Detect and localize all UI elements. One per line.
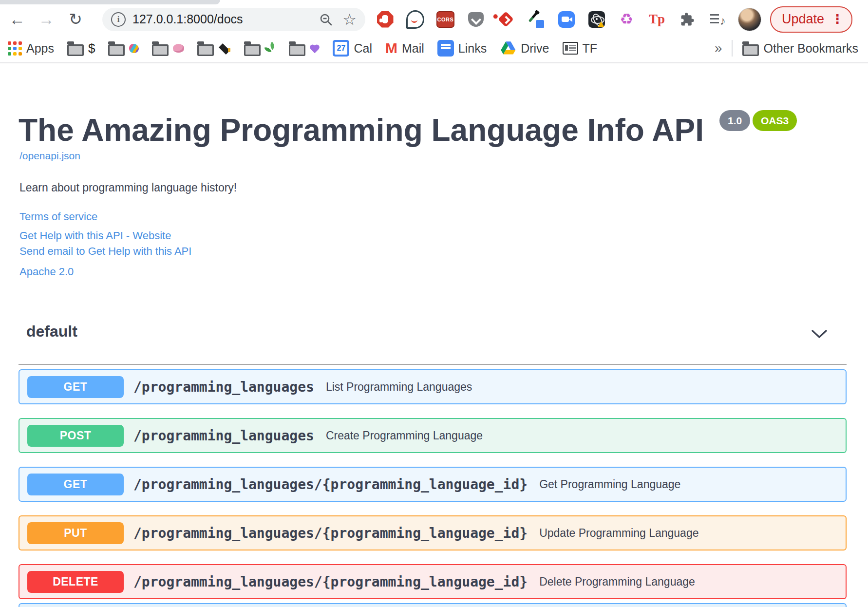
folder-icon [152, 44, 169, 56]
color-picker-icon[interactable] [527, 10, 545, 28]
tf-favicon [563, 42, 578, 55]
address-bar[interactable]: i 127.0.0.1:8000/docs ☆ [102, 8, 365, 31]
bookmark-star-icon[interactable]: ☆ [342, 12, 357, 27]
playlist-icon[interactable]: ♪ [708, 10, 726, 28]
terms-of-service-link[interactable]: Terms of service [19, 210, 97, 223]
update-label: Update [782, 12, 824, 27]
endpoint-path: /programming_languages [133, 428, 314, 444]
version-badge: 1.0 [719, 110, 750, 131]
license-link[interactable]: Apache 2.0 [19, 266, 74, 278]
recycle-extension-icon[interactable]: ♻ [618, 10, 636, 28]
swagger-docs-page: The Amazing Programming Language Info AP… [0, 64, 868, 607]
bookmark-folder-pinata[interactable] [108, 41, 139, 56]
bookmark-apps[interactable]: Apps [8, 41, 54, 56]
browser-window: ← → ↻ i 127.0.0.1:8000/docs ☆ CORS [0, 0, 868, 607]
endpoint-row[interactable]: POST /programming_languages Create Progr… [19, 418, 847, 453]
cors-extension-icon[interactable]: CORS [436, 10, 454, 28]
pinata-icon [129, 44, 139, 53]
folder-icon [67, 44, 84, 56]
endpoint-summary: Get Programming Language [539, 478, 680, 491]
other-bookmarks-label: Other Bookmarks [763, 41, 858, 56]
endpoint-summary: Delete Programming Language [539, 575, 695, 588]
refactor-diamond-icon[interactable] [497, 10, 515, 28]
bookmark-folder-education[interactable] [197, 41, 231, 56]
next-endpoint-partial[interactable] [19, 603, 847, 607]
bookmarks-overflow-icon[interactable]: » [715, 40, 722, 56]
update-button[interactable]: Update ⋮ [770, 6, 852, 33]
endpoint-summary: List Programming Languages [326, 380, 472, 394]
bookmark-folder-favorites[interactable] [289, 41, 320, 56]
section-divider [19, 364, 847, 365]
bookmark-folder-herb[interactable] [244, 41, 276, 56]
section-title: default [26, 322, 77, 341]
tampermonkey-icon[interactable]: Tp [648, 10, 666, 28]
page-title: The Amazing Programming Language Info AP… [19, 112, 704, 148]
forward-icon[interactable]: → [37, 10, 56, 29]
calendar-icon: 27 [333, 40, 349, 57]
openapi-spec-link[interactable]: /openapi.json [19, 150, 80, 162]
bookmark-tf[interactable]: TF [563, 41, 598, 56]
tab-strip [0, 0, 868, 4]
zoom-out-icon[interactable] [319, 13, 333, 26]
oas3-badge: OAS3 [753, 110, 797, 131]
bookmarks-divider [732, 40, 733, 57]
url-text[interactable]: 127.0.0.1:8000/docs [132, 12, 243, 26]
endpoint-row[interactable]: DELETE /programming_languages/{programmi… [19, 564, 847, 599]
extensions-puzzle-icon[interactable] [678, 10, 696, 28]
graduation-cap-icon [218, 43, 231, 53]
bookmark-folder-finance[interactable]: $ [67, 41, 95, 56]
bookmark-calendar-label: Cal [354, 41, 372, 56]
folder-icon [289, 44, 305, 56]
bookmark-links-label: Links [458, 41, 487, 56]
section-header-default[interactable]: default [19, 320, 847, 350]
reload-icon[interactable]: ↻ [66, 10, 85, 29]
http-method-badge: GET [27, 376, 124, 398]
api-description: Learn about programming language history… [19, 181, 237, 194]
bookmark-folder-brain[interactable] [152, 41, 184, 56]
endpoints-list: GET /programming_languages List Programm… [19, 369, 847, 607]
collapse-section-chevron-icon[interactable] [810, 327, 829, 342]
endpoint-row[interactable]: GET /programming_languages List Programm… [19, 369, 847, 404]
tab-strip-left [0, 0, 220, 4]
react-devtools-icon[interactable] [587, 10, 605, 28]
folder-icon [197, 44, 214, 56]
drive-icon [500, 41, 516, 56]
profile-avatar[interactable] [738, 8, 761, 31]
chat-bubble-icon[interactable] [406, 10, 424, 28]
browser-menu-dots-icon[interactable]: ⋮ [831, 14, 844, 25]
other-bookmarks[interactable]: Other Bookmarks [742, 41, 858, 56]
extensions-row: CORS ♻ Tp ♪ [376, 10, 726, 28]
http-method-badge: GET [27, 474, 124, 495]
endpoint-row[interactable]: GET /programming_languages/{programming_… [19, 467, 847, 502]
dollar-icon: $ [88, 41, 95, 56]
bookmarks-right-group: » Other Bookmarks [715, 40, 860, 57]
back-icon[interactable]: ← [8, 10, 26, 29]
endpoint-summary: Create Programming Language [326, 429, 483, 442]
endpoint-row[interactable]: PUT /programming_languages/{programming_… [19, 515, 847, 550]
endpoint-path: /programming_languages/{programming_lang… [133, 525, 528, 541]
browser-toolbar: ← → ↻ i 127.0.0.1:8000/docs ☆ CORS [0, 4, 868, 34]
herb-icon [265, 43, 276, 54]
get-help-email-link[interactable]: Send email to Get Help with this API [19, 245, 191, 258]
bookmark-drive[interactable]: Drive [500, 41, 549, 56]
bookmark-calendar[interactable]: 27 Cal [333, 40, 372, 57]
http-method-badge: PUT [27, 522, 124, 544]
bookmark-tf-label: TF [583, 41, 598, 56]
adblock-hand-icon[interactable] [376, 10, 394, 28]
pocket-icon[interactable] [467, 10, 485, 28]
http-method-badge: DELETE [27, 571, 124, 593]
site-info-icon[interactable]: i [111, 12, 126, 27]
apps-grid-icon [8, 41, 22, 56]
endpoint-path: /programming_languages/{programming_lang… [133, 574, 528, 590]
brain-icon [173, 44, 184, 53]
video-camera-icon[interactable] [557, 10, 575, 28]
endpoint-summary: Update Programming Language [539, 527, 698, 540]
endpoint-path: /programming_languages/{programming_lang… [133, 476, 528, 493]
http-method-badge: POST [27, 425, 124, 447]
folder-icon [244, 44, 261, 56]
purple-heart-icon [310, 45, 320, 53]
bookmark-mail[interactable]: M Mail [385, 41, 424, 56]
bookmark-links[interactable]: Links [437, 40, 487, 57]
endpoint-path: /programming_languages [133, 379, 314, 395]
get-help-website-link[interactable]: Get Help with this API - Website [19, 229, 171, 242]
